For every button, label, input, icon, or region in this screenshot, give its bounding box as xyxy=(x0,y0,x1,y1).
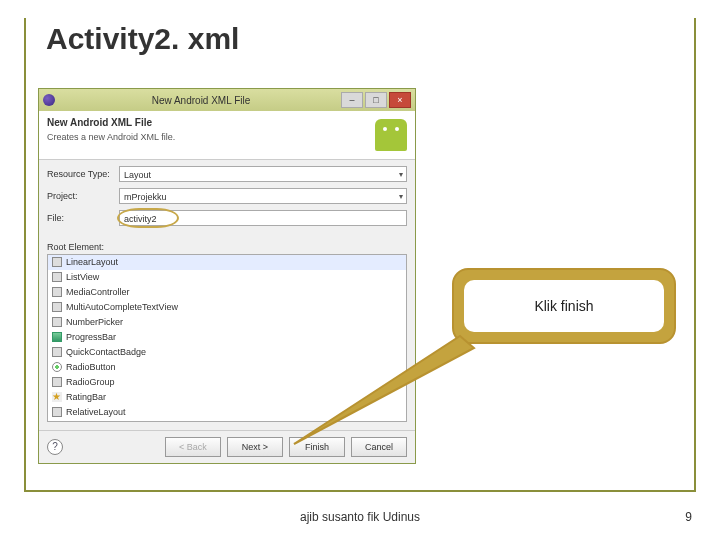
help-icon[interactable]: ? xyxy=(47,439,63,455)
list-item: MediaController xyxy=(48,285,406,300)
resource-type-select[interactable]: Layout xyxy=(119,166,407,182)
titlebar: New Android XML File – □ × xyxy=(39,89,415,111)
root-element-list[interactable]: LinearLayout ListView MediaController Mu… xyxy=(47,254,407,422)
callout-bubble: Klik finish xyxy=(452,268,676,344)
root-element-label: Root Element: xyxy=(47,242,407,252)
list-item: ★RatingBar xyxy=(48,390,406,405)
list-item: LinearLayout xyxy=(48,255,406,270)
list-item: RelativeLayout xyxy=(48,405,406,420)
list-item: ProgressBar xyxy=(48,330,406,345)
new-xml-dialog: New Android XML File – □ × New Android X… xyxy=(38,88,416,464)
list-item: ListView xyxy=(48,270,406,285)
slide-title: Activity2. xml xyxy=(40,22,245,56)
back-button[interactable]: < Back xyxy=(165,437,221,457)
footer-author: ajib susanto fik Udinus xyxy=(0,510,720,524)
callout-text: Klik finish xyxy=(464,280,664,332)
eclipse-icon xyxy=(43,94,55,106)
header-title: New Android XML File xyxy=(47,117,175,128)
close-button[interactable]: × xyxy=(389,92,411,108)
footer-page-number: 9 xyxy=(685,510,692,524)
project-select[interactable]: mProjekku xyxy=(119,188,407,204)
list-item: RadioGroup xyxy=(48,375,406,390)
minimize-button[interactable]: – xyxy=(341,92,363,108)
next-button[interactable]: Next > xyxy=(227,437,283,457)
window-title: New Android XML File xyxy=(61,95,341,106)
list-item: RadioButton xyxy=(48,360,406,375)
list-item: MultiAutoCompleteTextView xyxy=(48,300,406,315)
resource-type-label: Resource Type: xyxy=(47,169,119,179)
finish-button[interactable]: Finish xyxy=(289,437,345,457)
header-subtitle: Creates a new Android XML file. xyxy=(47,132,175,142)
maximize-button[interactable]: □ xyxy=(365,92,387,108)
file-input[interactable]: activity2 xyxy=(119,210,407,226)
list-item: NumberPicker xyxy=(48,315,406,330)
list-item: QuickContactBadge xyxy=(48,345,406,360)
android-icon xyxy=(375,119,407,151)
cancel-button[interactable]: Cancel xyxy=(351,437,407,457)
dialog-header: New Android XML File Creates a new Andro… xyxy=(39,111,415,160)
project-label: Project: xyxy=(47,191,119,201)
file-label: File: xyxy=(47,213,119,223)
wizard-button-bar: ? < Back Next > Finish Cancel xyxy=(39,430,415,463)
